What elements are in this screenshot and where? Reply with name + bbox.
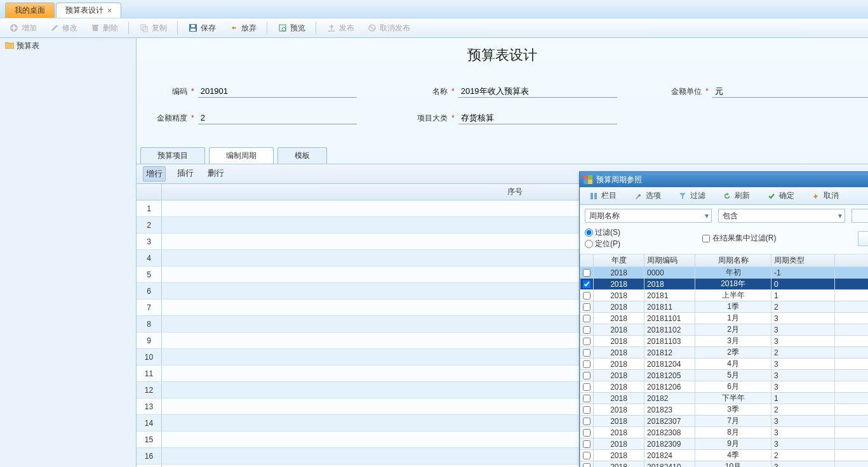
cell-year: 2018 <box>594 370 644 381</box>
grid-btn-insrow[interactable]: 插行 <box>175 166 196 181</box>
period-row[interactable]: 2018201823088月3 <box>580 427 868 438</box>
row-number: 15 <box>137 431 162 448</box>
row-checkbox[interactable] <box>580 427 594 438</box>
filter-mode-radio-group: 过滤(S) 定位(P) <box>585 227 620 250</box>
add-button[interactable]: 增加 <box>4 22 42 35</box>
filter-field-combo[interactable]: 周期名称 ▾ <box>585 209 712 223</box>
period-row[interactable]: 2018201811033月3 <box>580 336 868 347</box>
save-button[interactable]: 保存 <box>183 22 221 35</box>
chk-in-results[interactable]: 在结果集中过滤(R) <box>702 233 777 244</box>
period-row[interactable]: 201820181上半年1 <box>580 290 868 301</box>
cell-code: 20182410 <box>644 461 695 467</box>
tab-budget-design[interactable]: 预算表设计 × <box>56 3 121 18</box>
period-row[interactable]: 201820182下半年1 <box>580 393 868 404</box>
delete-button[interactable]: 删除 <box>85 22 123 35</box>
unpublish-button[interactable]: 取消发布 <box>362 22 415 35</box>
row-number: 6 <box>137 283 162 299</box>
filter-value-input[interactable] <box>851 209 868 223</box>
btn-all[interactable]: 全部(A) <box>858 231 868 246</box>
row-checkbox[interactable] <box>580 267 594 279</box>
cell-name: 5月 <box>695 370 771 381</box>
cell-type: 1 <box>771 393 835 404</box>
radio-locate[interactable]: 定位(P) <box>585 239 620 249</box>
input-unit[interactable] <box>712 85 868 98</box>
input-name[interactable] <box>458 85 617 98</box>
period-row[interactable]: 2018201823099月3 <box>580 438 868 450</box>
period-row[interactable]: 2018201812044月3 <box>580 358 868 370</box>
cell-code: 20182309 <box>644 438 695 450</box>
period-row[interactable]: 2018201823077月3 <box>580 416 868 427</box>
label-name: 名称 <box>408 86 448 97</box>
period-row[interactable]: 20182018241010月3 <box>580 461 868 467</box>
dlg-btn-ok[interactable]: 确定 <box>761 189 799 202</box>
period-row[interactable]: 2018201811011月3 <box>580 313 868 324</box>
columns-icon <box>589 191 599 201</box>
input-category[interactable] <box>458 112 617 124</box>
period-row[interactable]: 20182018233季2 <box>580 404 868 416</box>
cell-name: 9月 <box>695 438 771 450</box>
row-checkbox[interactable] <box>580 370 594 381</box>
row-number: 2 <box>137 217 162 234</box>
radio-filter[interactable]: 过滤(S) <box>585 227 620 238</box>
period-row[interactable]: 2018201812055月3 <box>580 370 868 381</box>
period-row[interactable]: 20182018111季2 <box>580 301 868 313</box>
dlg-btn-options[interactable]: 选项 <box>628 189 666 202</box>
filter-op-combo[interactable]: 包含 ▾ <box>718 209 845 223</box>
cell-code: 20182307 <box>644 416 695 427</box>
row-checkbox[interactable] <box>580 290 594 301</box>
row-checkbox[interactable] <box>580 301 594 313</box>
row-checkbox[interactable] <box>580 393 594 404</box>
cell-year: 2018 <box>594 381 644 393</box>
tree-node-budget[interactable]: 预算表 <box>0 38 136 54</box>
row-checkbox[interactable] <box>580 416 594 427</box>
cell-code: 20181205 <box>644 370 695 381</box>
row-checkbox[interactable] <box>580 438 594 450</box>
dlg-btn-columns[interactable]: 栏目 <box>584 189 622 202</box>
row-checkbox[interactable] <box>580 336 594 347</box>
subtab-items[interactable]: 预算项目 <box>140 147 205 164</box>
row-checkbox[interactable] <box>580 313 594 324</box>
dlg-btn-refresh[interactable]: 刷新 <box>717 189 755 202</box>
row-checkbox[interactable] <box>580 279 594 290</box>
input-precision[interactable] <box>198 112 357 124</box>
grid-btn-addrow[interactable]: 增行 <box>143 166 166 181</box>
cell-code: 0000 <box>644 267 695 279</box>
tab-strip: 我的桌面 预算表设计 × <box>0 0 868 18</box>
preview-button[interactable]: 预览 <box>272 22 310 35</box>
period-row[interactable]: 201820182018年0 <box>580 279 868 290</box>
cell-name: 3季 <box>695 404 771 416</box>
svg-point-9 <box>282 27 286 31</box>
required-mark: * <box>187 114 198 122</box>
period-row[interactable]: 2018201812066月3 <box>580 381 868 393</box>
row-checkbox[interactable] <box>580 358 594 370</box>
cell-name: 1月 <box>695 313 771 324</box>
row-checkbox[interactable] <box>580 404 594 416</box>
col-checkbox <box>580 254 594 267</box>
row-checkbox[interactable] <box>580 450 594 461</box>
row-checkbox[interactable] <box>580 461 594 467</box>
input-code[interactable] <box>198 85 357 98</box>
dlg-btn-cancel[interactable]: 取消 <box>806 189 844 202</box>
tab-desktop[interactable]: 我的桌面 <box>5 3 55 18</box>
row-checkbox[interactable] <box>580 381 594 393</box>
copy-button[interactable]: 复制 <box>134 22 172 35</box>
dlg-btn-filter[interactable]: 过滤 <box>672 189 711 202</box>
cell-year: 2018 <box>594 416 644 427</box>
row-checkbox[interactable] <box>580 347 594 358</box>
subtab-template[interactable]: 模板 <box>277 147 327 164</box>
abandon-button[interactable]: 放弃 <box>224 22 262 35</box>
tab-label: 预算表设计 <box>65 5 103 16</box>
period-row[interactable]: 2018201811022月3 <box>580 324 868 336</box>
required-mark: * <box>448 87 458 96</box>
period-row[interactable]: 20182018244季2 <box>580 450 868 461</box>
row-checkbox[interactable] <box>580 324 594 336</box>
period-row[interactable]: 20180000年初-1 <box>580 267 868 279</box>
edit-button[interactable]: 修改 <box>44 22 83 35</box>
close-icon[interactable]: × <box>107 6 112 15</box>
subtab-period[interactable]: 编制周期 <box>209 147 274 164</box>
separator <box>177 22 178 34</box>
publish-button[interactable]: 发布 <box>321 22 359 35</box>
dialog-titlebar[interactable]: 预算周期参照 ▢ ✕ <box>580 172 868 187</box>
period-row[interactable]: 20182018122季2 <box>580 347 868 358</box>
svg-rect-7 <box>191 25 195 27</box>
